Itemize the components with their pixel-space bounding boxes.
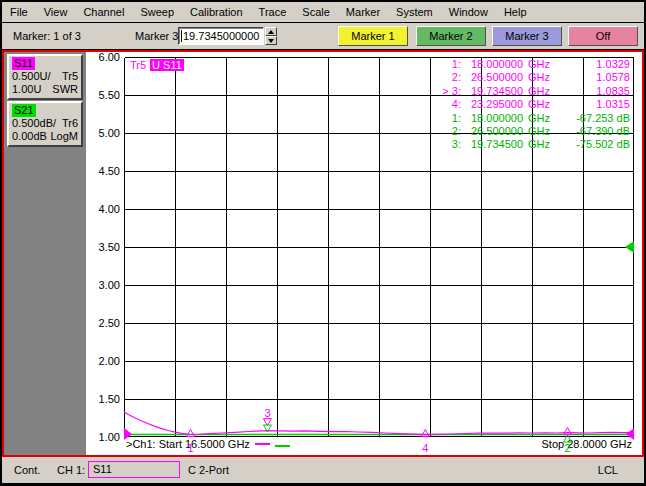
text-caret	[181, 30, 182, 42]
y-axis-label: 2.50	[88, 317, 120, 329]
marker-1-label: 1	[187, 442, 193, 454]
toolbar-button-off[interactable]: Off	[568, 26, 638, 46]
y-axis-label: 4.50	[88, 165, 120, 177]
channel-label: CH 1:	[57, 464, 85, 476]
sweep-mode-status: Cont.	[14, 464, 40, 476]
tr5-ref: 1.00U	[12, 83, 41, 96]
toolbar-button-marker-3[interactable]: Marker 3	[492, 26, 562, 46]
s11-parameter-chip: S11	[12, 57, 35, 70]
trace-status-tr5[interactable]: S11 0.500U/Tr5 1.00USWR	[7, 54, 83, 100]
lcl-status: LCL	[598, 464, 618, 476]
tr6-id: Tr6	[62, 117, 78, 130]
tr5-reference-arrow-left	[124, 428, 132, 440]
y-axis-label: 5.50	[88, 89, 120, 101]
marker-readout-row: > 3:19.734500GHz1.0835	[431, 85, 630, 98]
marker-toolbar: Marker: 1 of 3 Marker 3 19.7345000000 GH…	[2, 23, 644, 49]
menu-item-view[interactable]: View	[36, 2, 76, 22]
toolbar-button-marker-1[interactable]: Marker 1	[338, 26, 408, 46]
menu-item-file[interactable]: File	[2, 2, 36, 22]
marker-frequency-spinner	[265, 27, 277, 45]
toolbar-button-marker-2[interactable]: Marker 2	[416, 26, 486, 46]
marker-2-symbol	[563, 428, 571, 435]
tr6-ref: 0.00dB	[12, 130, 47, 143]
cal-status: C 2-Port	[188, 464, 229, 476]
menu-item-window[interactable]: Window	[441, 2, 496, 22]
menu-item-channel[interactable]: Channel	[75, 2, 132, 22]
marker-2-label: 2	[564, 442, 570, 454]
plot-area: 6.005.505.004.504.003.503.002.502.001.50…	[86, 52, 642, 455]
marker-4-symbol	[421, 430, 429, 437]
marker-count-status: Marker: 1 of 3	[13, 30, 81, 42]
tr5-format: SWR	[52, 83, 78, 96]
y-axis-label: 1.50	[88, 393, 120, 405]
menu-item-sweep[interactable]: Sweep	[132, 2, 182, 22]
tr5-reference-arrow-right	[626, 428, 634, 440]
tr6-reference-arrow-right	[625, 241, 634, 253]
marker-readout-row: 1:18.000000GHz-67.253 dB	[431, 112, 630, 125]
spinner-up-button[interactable]	[265, 27, 277, 36]
trace-status-sidebar: S11 0.500U/Tr5 1.00USWR S21 0.500dB/Tr6 …	[4, 52, 86, 455]
y-axis-label: 1.00	[88, 431, 120, 443]
marker-entry-label: Marker 3	[135, 30, 178, 42]
tr5-id: Tr5	[62, 70, 78, 83]
status-bar: Cont. CH 1: S11 C 2-Port LCL	[2, 457, 644, 483]
marker-readout-row: 4:23.295000GHz1.0315	[431, 98, 630, 111]
y-axis-label: 2.00	[88, 355, 120, 367]
y-axis-label: 6.00	[88, 52, 120, 63]
marker-readout-row: 3:19.734500GHz-75.502 dB	[431, 138, 630, 151]
y-axis-label: 4.00	[88, 203, 120, 215]
marker-readout: 1:18.000000GHz1.03292:26.500000GHz1.0578…	[431, 58, 630, 152]
marker-readout-row: 2:26.500000GHz1.0578	[431, 71, 630, 84]
y-axis-label: 3.00	[88, 279, 120, 291]
active-trace-id: Tr5	[130, 59, 146, 71]
s21-parameter-chip: S21	[12, 104, 36, 117]
active-measurement-box: S11	[88, 461, 180, 478]
marker-readout-logm: 1:18.000000GHz-67.253 dB2:26.500000GHz-6…	[431, 112, 630, 152]
menu-item-help[interactable]: Help	[496, 2, 535, 22]
marker-readout-swr: 1:18.000000GHz1.03292:26.500000GHz1.0578…	[431, 58, 630, 112]
menu-item-calibration[interactable]: Calibration	[182, 2, 251, 22]
marker-3-label: 3	[264, 407, 270, 419]
application-window: FileViewChannelSweepCalibrationTraceScal…	[0, 0, 646, 486]
marker-frequency-value: 19.7345000000 GHz	[183, 30, 264, 42]
menu-item-marker[interactable]: Marker	[338, 2, 388, 22]
tr6-scale: 0.500dB/	[12, 117, 56, 130]
trace-status-tr6[interactable]: S21 0.500dB/Tr6 0.00dBLogM	[7, 101, 83, 147]
marker-frequency-input[interactable]: 19.7345000000 GHz	[178, 27, 264, 45]
active-trace-tag: U S11	[150, 59, 184, 71]
tr6-format: LogM	[50, 130, 78, 143]
menu-bar: FileViewChannelSweepCalibrationTraceScal…	[2, 2, 644, 22]
marker-4-label: 4	[422, 442, 428, 454]
arrow-down-icon	[268, 39, 274, 43]
spinner-down-button[interactable]	[265, 36, 277, 45]
marker-readout-row: 2:26.500000GHz-67.390 dB	[431, 125, 630, 138]
active-trace-title: Tr5U S11	[130, 59, 184, 71]
y-axis-label: 3.50	[88, 241, 120, 253]
channel-window: S11 0.500U/Tr5 1.00USWR S21 0.500dB/Tr6 …	[2, 50, 644, 457]
menu-item-scale[interactable]: Scale	[294, 2, 338, 22]
tr5-scale: 0.500U/	[12, 70, 51, 83]
menu-item-trace[interactable]: Trace	[251, 2, 295, 22]
arrow-up-icon	[268, 30, 274, 34]
marker-1-symbol	[187, 429, 195, 436]
marker-readout-row: 1:18.000000GHz1.0329	[431, 58, 630, 71]
menu-item-system[interactable]: System	[388, 2, 441, 22]
y-axis-label: 5.00	[88, 127, 120, 139]
